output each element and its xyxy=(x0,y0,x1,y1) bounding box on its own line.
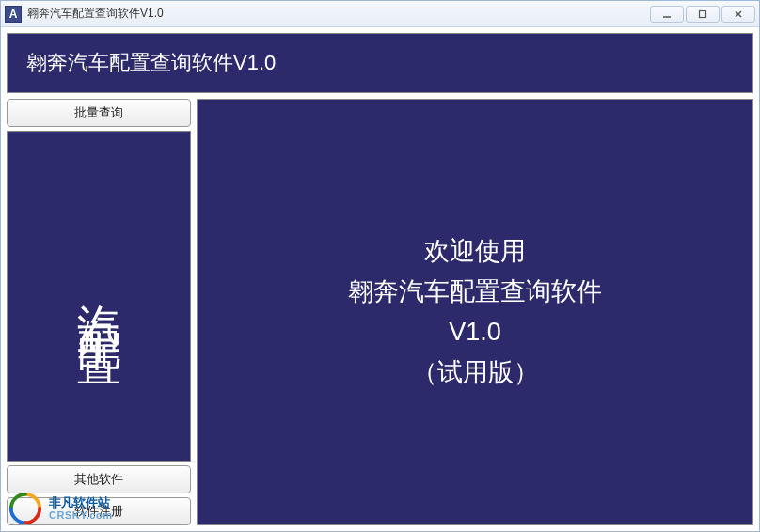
minimize-icon xyxy=(661,8,673,20)
minimize-button[interactable] xyxy=(650,6,684,23)
main-content: 欢迎使用 翱奔汽车配置查询软件 V1.0 （试用版） xyxy=(197,99,753,525)
welcome-line-4: （试用版） xyxy=(412,352,539,393)
sidebar: 批量查询 汽车配置 其他软件 软件注册 xyxy=(7,99,191,525)
app-icon: A xyxy=(5,6,22,23)
window-controls xyxy=(650,6,755,23)
app-main: 批量查询 汽车配置 其他软件 软件注册 欢迎使用 翱奔汽车配置查询软件 V1.0… xyxy=(7,99,753,525)
software-register-button[interactable]: 软件注册 xyxy=(7,497,191,525)
sidebar-panel: 汽车配置 xyxy=(7,131,191,462)
titlebar: A 翱奔汽车配置查询软件V1.0 xyxy=(1,1,759,27)
svg-rect-1 xyxy=(700,10,706,17)
other-software-button[interactable]: 其他软件 xyxy=(7,465,191,493)
app-body: 翱奔汽车配置查询软件V1.0 批量查询 汽车配置 其他软件 软件注册 欢迎使用 … xyxy=(1,27,759,531)
maximize-icon xyxy=(697,8,708,20)
welcome-line-2: 翱奔汽车配置查询软件 xyxy=(348,272,602,312)
maximize-button[interactable] xyxy=(686,6,720,23)
window-title: 翱奔汽车配置查询软件V1.0 xyxy=(27,6,650,22)
batch-query-button[interactable]: 批量查询 xyxy=(7,99,191,127)
welcome-line-3: V1.0 xyxy=(449,312,501,352)
close-button[interactable] xyxy=(721,6,755,23)
welcome-line-1: 欢迎使用 xyxy=(424,231,526,272)
sidebar-panel-text: 汽车配置 xyxy=(77,270,120,322)
close-icon xyxy=(733,8,744,20)
app-window: A 翱奔汽车配置查询软件V1.0 翱奔汽车配置查询软件V1.0 批量查询 汽车配… xyxy=(0,0,760,532)
app-header: 翱奔汽车配置查询软件V1.0 xyxy=(7,33,753,93)
app-header-title: 翱奔汽车配置查询软件V1.0 xyxy=(26,49,734,77)
